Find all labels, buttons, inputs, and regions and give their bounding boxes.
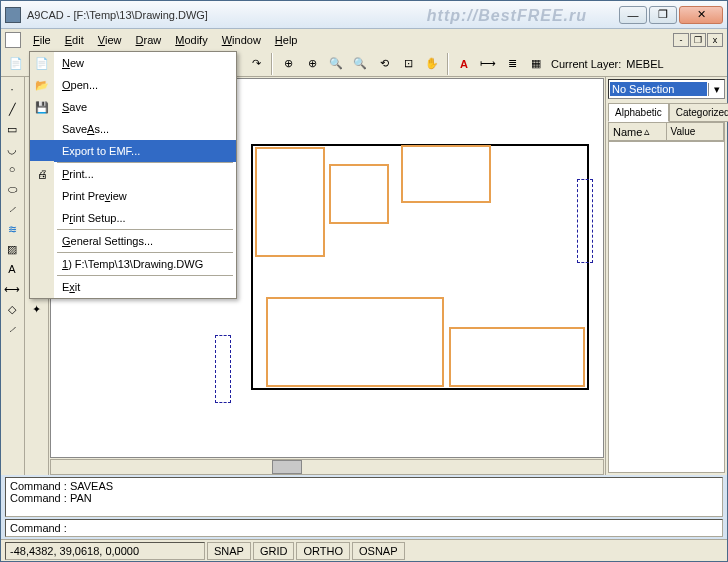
zoom-all-icon[interactable]: ⊡ [397, 53, 419, 75]
menu-open[interactable]: 📂Open... [30, 74, 236, 96]
new-file-icon[interactable]: 📄 [5, 53, 27, 75]
grid-toggle[interactable]: GRID [253, 542, 295, 560]
chevron-down-icon[interactable]: ▾ [708, 83, 724, 96]
zoom-extents-icon[interactable]: ⊕ [277, 53, 299, 75]
polyline-icon[interactable]: ⟋ [1, 199, 23, 219]
circle-icon[interactable]: ○ [1, 159, 23, 179]
tab-alphabetic[interactable]: Alphabetic [608, 103, 669, 122]
menu-saveas[interactable]: Save As... [30, 118, 236, 140]
cmd-line-2: Command : PAN [10, 492, 718, 504]
selection-combo[interactable]: No Selection ▾ [608, 79, 725, 99]
command-history[interactable]: Command : SAVEAS Command : PAN [5, 477, 723, 517]
document-icon[interactable] [5, 32, 21, 48]
menu-help[interactable]: Help [269, 32, 304, 48]
menu-print-preview[interactable]: Print Preview [30, 185, 236, 207]
zoom-window-icon[interactable]: ⊕ [301, 53, 323, 75]
zoom-prev-icon[interactable]: ⟲ [373, 53, 395, 75]
image-icon[interactable]: ▨ [1, 239, 23, 259]
mdi-close-button[interactable]: x [707, 33, 723, 47]
menu-modify[interactable]: Modify [169, 32, 213, 48]
explode-icon[interactable]: ✦ [25, 299, 47, 319]
property-list [608, 141, 725, 473]
menu-print[interactable]: 🖨Print... [30, 163, 236, 185]
selection-text: No Selection [610, 82, 707, 96]
layers-icon[interactable]: ≣ [501, 53, 523, 75]
watermark: http://BestFREE.ru [427, 7, 587, 25]
menu-view[interactable]: View [92, 32, 128, 48]
layer-label: Current Layer: [551, 58, 621, 70]
dim-icon[interactable]: ⟷ [1, 279, 23, 299]
new-file-icon: 📄 [30, 52, 54, 74]
properties-icon[interactable]: ▦ [525, 53, 547, 75]
properties-panel: No Selection ▾ Alphabetic Categorized Na… [605, 77, 727, 475]
menu-draw[interactable]: Draw [130, 32, 168, 48]
tab-categorized[interactable]: Categorized [669, 103, 728, 122]
minimize-button[interactable]: — [619, 6, 647, 24]
redo-icon[interactable]: ↷ [245, 53, 267, 75]
polyline2-icon[interactable]: ⟋ [1, 319, 23, 339]
hatch-icon[interactable]: ≋ [1, 219, 23, 239]
ortho-toggle[interactable]: ORTHO [296, 542, 350, 560]
statusbar: -48,4382, 39,0618, 0,0000 SNAP GRID ORTH… [1, 539, 727, 561]
text-icon[interactable]: A [1, 259, 23, 279]
property-header: Name▵ Value [608, 122, 725, 141]
col-value[interactable]: Value [667, 123, 725, 140]
osnap-toggle[interactable]: OSNAP [352, 542, 405, 560]
menu-recent-1[interactable]: 1) F:\Temp\13\Drawing.DWG [30, 253, 236, 275]
menu-general-settings[interactable]: General Settings... [30, 230, 236, 252]
command-input[interactable]: Command : [5, 519, 723, 537]
zoom-in-icon[interactable]: 🔍 [325, 53, 347, 75]
cmd-line-1: Command : SAVEAS [10, 480, 718, 492]
snap-toggle[interactable]: SNAP [207, 542, 251, 560]
line-icon[interactable]: ╱ [1, 99, 23, 119]
menubar: File Edit View Draw Modify Window Help -… [1, 29, 727, 51]
close-button[interactable]: ✕ [679, 6, 723, 24]
col-name[interactable]: Name▵ [609, 123, 667, 140]
sort-icon: ▵ [644, 125, 650, 138]
pan-icon[interactable]: ✋ [421, 53, 443, 75]
app-icon [5, 7, 21, 23]
menu-print-setup[interactable]: Print Setup... [30, 207, 236, 229]
menu-exit[interactable]: Exit [30, 276, 236, 298]
layer-value: MEBEL [626, 58, 663, 70]
open-file-icon: 📂 [30, 74, 54, 96]
mdi-restore-button[interactable]: ❐ [690, 33, 706, 47]
horizontal-scrollbar[interactable] [50, 459, 604, 475]
menu-export-emf[interactable]: Export to EMF... [30, 140, 236, 162]
menu-file[interactable]: File [27, 32, 57, 48]
zoom-out-icon[interactable]: 🔍 [349, 53, 371, 75]
print-icon: 🖨 [30, 163, 54, 185]
menu-save[interactable]: 💾Save [30, 96, 236, 118]
menu-window[interactable]: Window [216, 32, 267, 48]
arc-icon[interactable]: ◡ [1, 139, 23, 159]
save-icon: 💾 [30, 96, 54, 118]
block-icon[interactable]: ◇ [1, 299, 23, 319]
point-icon[interactable]: · [1, 79, 23, 99]
dim-style-icon[interactable]: ⟼ [477, 53, 499, 75]
draw-toolbar: · ╱ ▭ ◡ ○ ⬭ ⟋ ≋ ▨ A ⟷ ◇ ⟋ [1, 77, 25, 475]
app-window: A9CAD - [F:\Temp\13\Drawing.DWG] http://… [0, 0, 728, 562]
file-menu-dropdown: 📄New 📂Open... 💾Save Save As... Export to… [29, 51, 237, 299]
menu-new[interactable]: 📄New [30, 52, 236, 74]
maximize-button[interactable]: ❐ [649, 6, 677, 24]
titlebar[interactable]: A9CAD - [F:\Temp\13\Drawing.DWG] http://… [1, 1, 727, 29]
text-style-icon[interactable]: A [453, 53, 475, 75]
coordinates: -48,4382, 39,0618, 0,0000 [5, 542, 205, 560]
rect-icon[interactable]: ▭ [1, 119, 23, 139]
mdi-minimize-button[interactable]: - [673, 33, 689, 47]
menu-edit[interactable]: Edit [59, 32, 90, 48]
ellipse-icon[interactable]: ⬭ [1, 179, 23, 199]
